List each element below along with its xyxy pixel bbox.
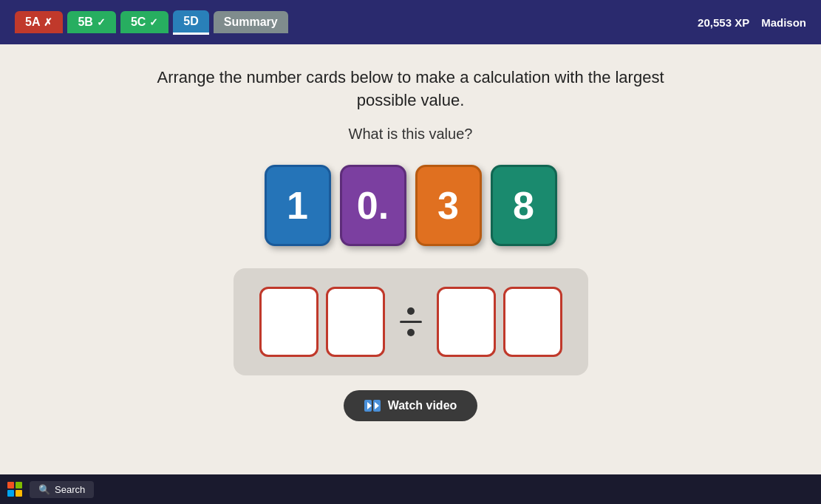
tab-5a-icon: ✗: [44, 16, 52, 28]
tab-5b[interactable]: 5B ✓: [67, 11, 115, 33]
answer-slot-2[interactable]: [326, 287, 385, 357]
taskbar: 🔍 Search: [0, 474, 821, 504]
card-3-value: 3: [437, 183, 459, 228]
search-icon: 🔍: [38, 484, 50, 495]
top-navigation-bar: 5A ✗ 5B ✓ 5C ✓ 5D Summary 20,553 XP Madi…: [0, 0, 821, 44]
instruction-text: Arrange the number cards below to make a…: [152, 67, 670, 112]
main-content-area: Arrange the number cards below to make a…: [0, 44, 821, 474]
division-symbol: [392, 307, 429, 336]
watch-video-label: Watch video: [388, 399, 457, 412]
number-cards-row: 1 0. 3 8: [265, 165, 557, 246]
tab-5b-label: 5B: [78, 16, 92, 29]
divider-dot-top: [407, 307, 415, 315]
number-card-8[interactable]: 8: [491, 165, 557, 246]
tab-5c-label: 5C: [131, 16, 146, 29]
win-square-green: [16, 482, 22, 488]
tab-5c[interactable]: 5C ✓: [120, 11, 168, 33]
tab-5d[interactable]: 5D: [173, 10, 208, 35]
video-play-icon: [364, 400, 381, 412]
divider-line: [400, 321, 422, 323]
win-square-red: [7, 482, 14, 488]
taskbar-search-area[interactable]: 🔍 Search: [30, 481, 94, 498]
tab-5d-label: 5D: [183, 15, 198, 28]
number-card-1[interactable]: 1: [265, 165, 331, 246]
card-1-value: 1: [287, 183, 308, 228]
tab-5a-label: 5A: [25, 16, 40, 29]
divider-dot-bottom: [407, 329, 415, 336]
number-card-3[interactable]: 3: [415, 165, 482, 246]
number-card-0[interactable]: 0.: [340, 165, 406, 246]
watch-video-button[interactable]: Watch video: [344, 390, 478, 421]
answer-area: [234, 268, 588, 375]
answer-slot-3[interactable]: [437, 287, 496, 357]
tab-summary[interactable]: Summary: [214, 11, 288, 33]
xp-display: 20,553 XP: [698, 16, 749, 29]
card-0-value: 0.: [357, 183, 389, 228]
tab-5b-icon: ✓: [97, 16, 106, 28]
tab-summary-label: Summary: [224, 16, 278, 29]
win-square-blue: [7, 490, 14, 497]
tab-5c-icon: ✓: [149, 16, 158, 28]
question-text: What is this value?: [349, 126, 473, 143]
win-square-yellow: [16, 490, 22, 497]
windows-start-button[interactable]: [7, 482, 22, 497]
card-8-value: 8: [513, 183, 534, 228]
search-label: Search: [55, 484, 85, 495]
username-display: Madison: [761, 16, 806, 29]
tab-5a[interactable]: 5A ✗: [15, 11, 63, 33]
answer-slot-1[interactable]: [259, 287, 318, 357]
xp-info-area: 20,553 XP Madison: [698, 16, 806, 29]
answer-slot-4[interactable]: [503, 287, 562, 357]
